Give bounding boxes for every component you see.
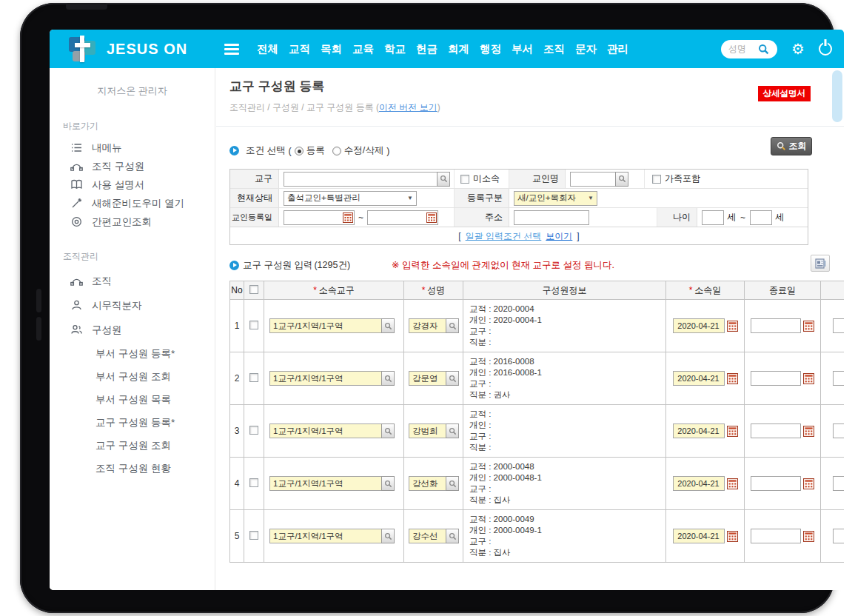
sidebar-item-user-manual[interactable]: 사용 설명서 bbox=[50, 175, 215, 194]
calendar-button[interactable] bbox=[343, 212, 353, 223]
layout-grid-button[interactable] bbox=[811, 255, 830, 272]
batch-show-link[interactable]: 보이기 bbox=[546, 230, 572, 243]
include-family-checkbox[interactable] bbox=[652, 175, 661, 184]
calendar-button[interactable] bbox=[803, 478, 814, 489]
sidebar-item-quick-member-lookup[interactable]: 간편교인조회 bbox=[50, 212, 215, 231]
nav-item-all[interactable]: 전체 bbox=[255, 39, 280, 59]
member-name-search-button[interactable] bbox=[615, 172, 628, 187]
nav-item-school[interactable]: 학교 bbox=[383, 39, 407, 59]
batch-input-condition-link[interactable]: 일괄 입력조건 선택 bbox=[466, 230, 542, 243]
row-checkbox[interactable] bbox=[249, 531, 258, 540]
search-icon[interactable] bbox=[758, 44, 769, 55]
name-search-button[interactable] bbox=[446, 318, 459, 333]
calendar-button[interactable] bbox=[727, 531, 738, 542]
sidebar-item-organization[interactable]: 조직 bbox=[50, 269, 215, 293]
nav-item-organization[interactable]: 조직 bbox=[542, 39, 566, 59]
nav-item-records[interactable]: 교적 bbox=[287, 39, 312, 59]
name-search-button[interactable] bbox=[446, 476, 459, 491]
address-input[interactable] bbox=[514, 210, 589, 225]
calendar-button[interactable] bbox=[727, 373, 738, 384]
calendar-button[interactable] bbox=[803, 373, 814, 384]
extra-date-input[interactable] bbox=[833, 424, 845, 438]
member-name-input[interactable] bbox=[570, 172, 616, 187]
district-input[interactable] bbox=[269, 371, 382, 386]
row-checkbox[interactable] bbox=[249, 426, 258, 435]
sidebar-subitem-dept-member-register[interactable]: 부서 구성원 등록* bbox=[50, 342, 215, 365]
district-input[interactable] bbox=[269, 529, 382, 543]
nav-item-ministry[interactable]: 목회 bbox=[319, 39, 343, 59]
calendar-button[interactable] bbox=[727, 478, 738, 489]
end-date-input[interactable] bbox=[751, 318, 801, 333]
calendar-button[interactable] bbox=[727, 426, 738, 437]
radio-modify-delete[interactable] bbox=[332, 147, 341, 155]
name-search-button[interactable] bbox=[446, 529, 459, 543]
calendar-button[interactable] bbox=[803, 321, 814, 332]
sidebar-subitem-dept-member-list[interactable]: 부서 구성원 목록 bbox=[50, 388, 215, 411]
calendar-button[interactable] bbox=[426, 212, 437, 223]
age-to-input[interactable] bbox=[750, 210, 772, 225]
nav-item-administration[interactable]: 행정 bbox=[478, 39, 503, 59]
end-date-input[interactable] bbox=[751, 529, 801, 543]
logout-power-icon[interactable] bbox=[819, 42, 832, 56]
search-submit-button[interactable]: 조회 bbox=[771, 137, 812, 155]
join-date-input[interactable] bbox=[673, 529, 725, 543]
sidebar-subitem-dept-member-search[interactable]: 부서 구성원 조회 bbox=[50, 365, 215, 388]
name-search-input[interactable] bbox=[728, 44, 758, 54]
district-search-button[interactable] bbox=[381, 318, 395, 333]
row-checkbox[interactable] bbox=[249, 373, 258, 382]
extra-date-input[interactable] bbox=[833, 529, 845, 543]
district-input[interactable] bbox=[269, 476, 382, 491]
extra-date-input[interactable] bbox=[833, 371, 845, 386]
nav-item-department[interactable]: 부서 bbox=[510, 39, 534, 59]
district-input[interactable] bbox=[269, 424, 382, 438]
district-input[interactable] bbox=[269, 318, 382, 333]
district-search-button[interactable] bbox=[381, 424, 395, 438]
sidebar-item-members[interactable]: 구성원 bbox=[50, 318, 215, 342]
sidebar-item-newyear-helper[interactable]: 새해준비도우미 열기 bbox=[50, 194, 215, 212]
district-search-button[interactable] bbox=[381, 529, 395, 543]
status-select[interactable]: 출석교인+특별관리 ▼ bbox=[284, 191, 417, 206]
district-search-button[interactable] bbox=[381, 371, 395, 386]
member-name-input[interactable] bbox=[409, 318, 446, 333]
name-search-button[interactable] bbox=[446, 371, 459, 386]
select-all-checkbox[interactable] bbox=[249, 285, 258, 294]
district-search-button[interactable] bbox=[381, 476, 395, 491]
sidebar-subitem-district-member-search[interactable]: 교구 구성원 조회 bbox=[50, 434, 215, 457]
name-search-button[interactable] bbox=[446, 424, 459, 438]
join-date-input[interactable] bbox=[673, 371, 725, 386]
end-date-input[interactable] bbox=[751, 476, 801, 491]
sidebar-subitem-org-member-status[interactable]: 조직 구성원 현황 bbox=[50, 457, 215, 480]
calendar-button[interactable] bbox=[803, 531, 814, 542]
join-date-input[interactable] bbox=[673, 476, 725, 491]
extra-date-input[interactable] bbox=[833, 476, 845, 491]
row-checkbox[interactable] bbox=[249, 321, 258, 329]
nav-item-management[interactable]: 관리 bbox=[606, 39, 630, 59]
calendar-button[interactable] bbox=[727, 321, 738, 332]
unassigned-checkbox[interactable] bbox=[460, 175, 469, 184]
district-filter-input[interactable] bbox=[284, 172, 437, 187]
calendar-button[interactable] bbox=[803, 426, 814, 437]
join-date-input[interactable] bbox=[673, 424, 725, 438]
end-date-input[interactable] bbox=[751, 371, 801, 386]
previous-version-link[interactable]: 이전 버전 보기 bbox=[379, 102, 437, 113]
district-filter-search-button[interactable] bbox=[437, 172, 450, 187]
member-name-input[interactable] bbox=[409, 476, 446, 491]
sidebar-item-my-menu[interactable]: 내메뉴 bbox=[50, 138, 215, 157]
member-name-input[interactable] bbox=[409, 529, 446, 543]
member-name-input[interactable] bbox=[409, 424, 446, 438]
nav-item-accounting[interactable]: 회계 bbox=[446, 39, 471, 59]
sidebar-item-officers[interactable]: 시무직분자 bbox=[50, 293, 215, 318]
row-checkbox[interactable] bbox=[249, 478, 258, 487]
radio-register[interactable] bbox=[295, 147, 304, 155]
join-date-input[interactable] bbox=[673, 318, 725, 333]
reg-type-select[interactable]: 새/교인+목회자 ▼ bbox=[514, 191, 597, 206]
age-from-input[interactable] bbox=[702, 210, 724, 225]
settings-gear-icon[interactable]: ⚙ bbox=[791, 41, 805, 56]
sidebar-item-org-members[interactable]: 조직 구성원 bbox=[50, 157, 215, 175]
extra-date-input[interactable] bbox=[833, 318, 845, 333]
app-logo[interactable]: JESUS ON bbox=[69, 35, 201, 63]
nav-item-education[interactable]: 교육 bbox=[351, 39, 375, 59]
nav-item-sms[interactable]: 문자 bbox=[574, 39, 598, 59]
end-date-input[interactable] bbox=[751, 424, 801, 438]
scrollbar-thumb[interactable] bbox=[832, 70, 842, 122]
